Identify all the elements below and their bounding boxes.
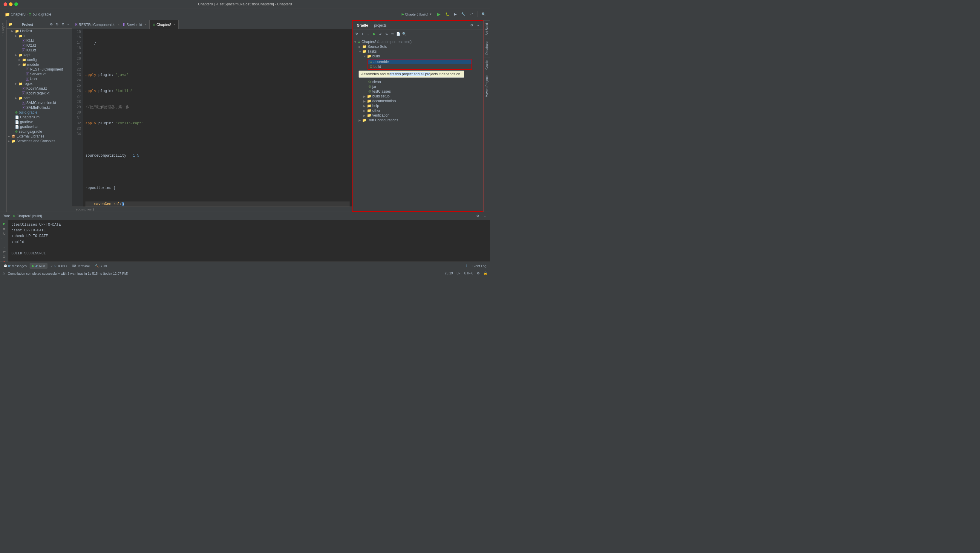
run-stop-btn[interactable]: ■ bbox=[1, 226, 7, 231]
status-line-end[interactable]: LF bbox=[457, 271, 460, 275]
tree-item-kapt[interactable]: ▶📁kapt bbox=[6, 53, 72, 57]
project-gear2[interactable]: ⚙ bbox=[60, 22, 65, 27]
gradle-skip-icon[interactable]: ⇒ bbox=[390, 31, 395, 37]
tab-service[interactable]: K Service.kt × bbox=[120, 20, 150, 29]
breadcrumb-build-gradle[interactable]: build.gradle bbox=[33, 12, 51, 16]
right-tab-art-build[interactable]: Art Build bbox=[484, 20, 490, 38]
tab-close-chapter8[interactable]: × bbox=[173, 23, 175, 26]
run-wrap-btn[interactable]: ⇌ bbox=[1, 250, 7, 254]
coverage-button[interactable]: ▶ bbox=[452, 11, 458, 18]
bottom-tab-run[interactable]: ▶ 4: Run bbox=[30, 263, 47, 269]
tree-item-gradlew[interactable]: 📄gradlew bbox=[6, 120, 72, 124]
project-tab[interactable]: 1: Project bbox=[1, 22, 5, 38]
minimize-button[interactable] bbox=[9, 2, 13, 6]
tree-item-listtest[interactable]: ▶📁ListTest bbox=[6, 29, 72, 33]
gradle-search-icon[interactable]: 🔍 bbox=[402, 31, 407, 37]
run-toolbar-minus[interactable]: − bbox=[482, 213, 488, 219]
tree-item-io[interactable]: ▶📁io bbox=[6, 33, 72, 38]
gradle-tab-gradle[interactable]: Gradle bbox=[354, 23, 371, 28]
gradle-documentation[interactable]: ▶ 📁 documentation bbox=[353, 99, 483, 104]
gradle-verification[interactable]: ▶ 📁 verification bbox=[353, 113, 483, 118]
gradle-minimize-btn[interactable]: − bbox=[476, 23, 481, 28]
tree-item-io-kt[interactable]: 🇰IO.kt bbox=[6, 38, 72, 43]
gradle-settings-btn[interactable]: ⚙ bbox=[469, 23, 474, 28]
run-button[interactable]: ▶ bbox=[435, 10, 442, 18]
tree-item-sam[interactable]: ▶📁sam bbox=[6, 96, 72, 100]
gradle-root[interactable]: ▼ ⚙ Chapter8 (auto-import enabled) bbox=[353, 40, 483, 44]
run-scroll-up[interactable]: ↑ bbox=[1, 238, 7, 244]
gradle-other[interactable]: ▶ 📁 other bbox=[353, 108, 483, 113]
run-scroll-down[interactable]: ↓ bbox=[1, 244, 7, 249]
run-config-selector[interactable]: ▶ Chapter8 [build] ▼ bbox=[400, 11, 434, 18]
right-tab-gradle[interactable]: Gradle bbox=[484, 57, 490, 72]
tree-item-chapter8-iml[interactable]: 📄Chapter8.iml bbox=[6, 115, 72, 120]
gradle-tasks[interactable]: ▼ 📁 Tasks bbox=[353, 49, 483, 54]
run-rerun-btn[interactable]: ↻ bbox=[1, 232, 7, 236]
tree-item-scratches-and-consoles[interactable]: ▶📁Scratches and Consoles bbox=[6, 139, 72, 143]
status-icon-2[interactable]: 🔒 bbox=[484, 271, 488, 275]
tree-item-module[interactable]: ▶📁module bbox=[6, 62, 72, 67]
bottom-tab-messages[interactable]: 💬 0: Messages bbox=[1, 263, 29, 269]
gradle-add-icon[interactable]: ＋ bbox=[360, 31, 365, 37]
project-gear[interactable]: ⚙ bbox=[49, 22, 54, 27]
bottom-tab-terminal[interactable]: ⌨ Terminal bbox=[70, 263, 92, 269]
tree-item-kotlinregex-kt[interactable]: 🇰KotlinRegex.kt bbox=[6, 91, 72, 96]
gradle-build-folder[interactable]: ▼ 📁 build bbox=[353, 54, 483, 59]
close-button[interactable] bbox=[3, 2, 7, 6]
right-tab-maven[interactable]: Maven Projects bbox=[484, 72, 490, 100]
gradle-expand-icon[interactable]: ⇵ bbox=[378, 31, 383, 37]
tree-item-kotlinmain-kt[interactable]: 🇰KotlinMain.kt bbox=[6, 86, 72, 91]
gradle-assemble[interactable]: ⚙ assemble bbox=[368, 59, 471, 64]
undo-button[interactable]: ↩ bbox=[468, 11, 475, 18]
gradle-help[interactable]: ▶ 📁 help bbox=[353, 104, 483, 108]
tree-item-build-gradle[interactable]: ⚙build.gradle bbox=[6, 110, 72, 115]
gradle-run-icon[interactable]: ▶ bbox=[372, 31, 377, 37]
tree-item-regex[interactable]: ▶📁regex bbox=[6, 81, 72, 86]
gradle-clean[interactable]: ⚙ clean bbox=[353, 80, 483, 84]
tree-item-user[interactable]: 🇰User bbox=[6, 76, 72, 81]
gradle-remove-icon[interactable]: − bbox=[366, 31, 371, 37]
gradle-jar[interactable]: ⚙ jar bbox=[353, 84, 483, 89]
debug-button[interactable]: 🐛 bbox=[443, 11, 451, 18]
status-position[interactable]: 25:19 bbox=[445, 271, 453, 275]
tree-item-external-libraries[interactable]: ▶📦External Libraries bbox=[6, 134, 72, 139]
gradle-source-sets[interactable]: ▶ 📁 Source Sets bbox=[353, 44, 483, 49]
profile-button[interactable]: 🔧 bbox=[460, 11, 467, 18]
tab-close-service[interactable]: × bbox=[145, 23, 146, 26]
run-config-tab[interactable]: ⚙ Chapter8 [build] bbox=[11, 214, 44, 219]
gradle-collapse-icon[interactable]: ⇅ bbox=[383, 31, 389, 37]
tab-restful[interactable]: K RESTFulComponent.kt × bbox=[72, 20, 120, 29]
tree-item-settings-gradle[interactable]: ⚙settings.gradle bbox=[6, 129, 72, 134]
code-content[interactable]: } apply plugin: 'java' apply plugin: 'ko… bbox=[83, 29, 352, 207]
right-tab-database[interactable]: Database bbox=[484, 38, 490, 57]
tree-item-config[interactable]: ▶📁config bbox=[6, 57, 72, 62]
search-button-top[interactable]: 🔍 bbox=[480, 11, 488, 18]
tree-item-restfulcomponent[interactable]: 🇰RESTFulComponent bbox=[6, 67, 72, 72]
gradle-run-configs[interactable]: ▶ 📁 Run Configurations bbox=[353, 118, 483, 123]
gradle-refresh-icon[interactable]: ↻ bbox=[354, 31, 359, 37]
bottom-tab-todo[interactable]: ✓ 6: TODO bbox=[48, 263, 69, 269]
bottom-tab-event-log[interactable]: Event Log bbox=[469, 263, 489, 269]
tree-item-gradlew-bat[interactable]: 📄gradlew.bat bbox=[6, 124, 72, 129]
run-play-btn[interactable]: ▶ bbox=[1, 222, 7, 226]
tab-close-restful[interactable]: × bbox=[118, 23, 120, 26]
project-close[interactable]: − bbox=[67, 22, 70, 27]
tab-chapter8[interactable]: ⚙ Chapter8 × bbox=[150, 20, 179, 29]
project-expand[interactable]: ⇅ bbox=[55, 22, 59, 27]
run-filter-btn[interactable]: ⚙ bbox=[1, 255, 7, 259]
tree-item-saminkotlin-kt[interactable]: 🇰SAMInKotlin.kt bbox=[6, 105, 72, 110]
tree-item-io2-kt[interactable]: 🇰IO2.kt bbox=[6, 43, 72, 48]
gradle-build-setup[interactable]: ▶ 📁 build setup bbox=[353, 94, 483, 99]
bottom-tab-build[interactable]: 🔨 Build bbox=[92, 263, 109, 269]
maximize-button[interactable] bbox=[14, 2, 18, 6]
status-encoding[interactable]: UTF-8 bbox=[464, 271, 473, 275]
gradle-build-task[interactable]: ⚙ build bbox=[368, 64, 471, 69]
breadcrumb-chapter8[interactable]: Chapter8 bbox=[11, 12, 25, 16]
gradle-tab-projects[interactable]: projects bbox=[372, 23, 389, 28]
tree-item-service-kt[interactable]: 🇰Service.kt bbox=[6, 72, 72, 76]
tree-item-io3-kt[interactable]: 🇰IO3.kt bbox=[6, 48, 72, 53]
gradle-script-icon[interactable]: 📄 bbox=[396, 31, 401, 37]
run-toolbar-gear[interactable]: ⚙ bbox=[474, 213, 481, 219]
tree-item-samconversion-kt[interactable]: 🇰SAMConversion.kt bbox=[6, 100, 72, 105]
status-icon-1[interactable]: ⚙ bbox=[477, 271, 480, 275]
